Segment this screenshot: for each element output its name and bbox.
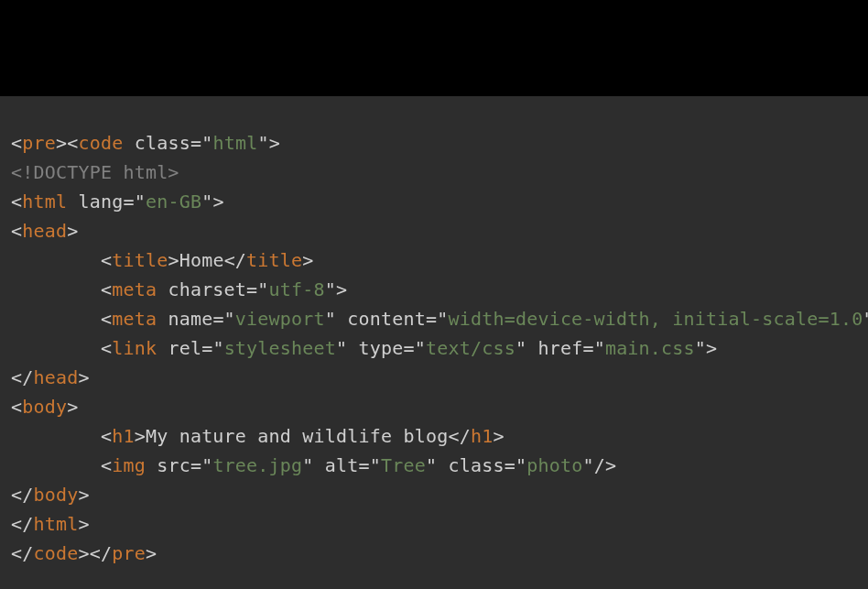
code-line: </code></pre>	[11, 542, 157, 564]
code-line: </head>	[11, 366, 90, 388]
code-line: <img src="tree.jpg" alt="Tree" class="ph…	[11, 454, 616, 476]
code-line: </html>	[11, 513, 90, 535]
code-editor[interactable]: <pre><code class="html"> <!DOCTYPE html>…	[0, 96, 868, 589]
code-line: <title>Home</title>	[11, 249, 314, 271]
code-line: <!DOCTYPE html>	[11, 161, 179, 183]
code-line: </body>	[11, 484, 90, 506]
title-bar	[0, 0, 868, 96]
code-line: <meta name="viewport" content="width=dev…	[11, 308, 868, 330]
code-line: <meta charset="utf-8">	[11, 278, 347, 300]
code-line: <link rel="stylesheet" type="text/css" h…	[11, 337, 717, 359]
code-line: <pre><code class="html">	[11, 132, 280, 154]
code-line: <body>	[11, 396, 78, 418]
code-line: <html lang="en-GB">	[11, 191, 224, 213]
code-line: <head>	[11, 220, 78, 242]
code-line: <h1>My nature and wildlife blog</h1>	[11, 425, 505, 447]
